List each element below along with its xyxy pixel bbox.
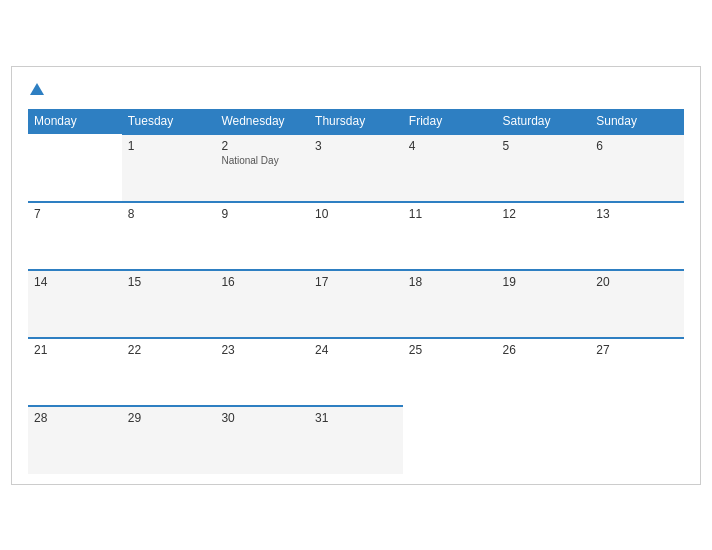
calendar-cell: 24 — [309, 338, 403, 406]
week-row-4: 21222324252627 — [28, 338, 684, 406]
calendar-header — [28, 83, 684, 95]
logo-triangle-icon — [30, 83, 44, 95]
weekday-header-row: MondayTuesdayWednesdayThursdayFridaySatu… — [28, 109, 684, 134]
calendar-cell: 22 — [122, 338, 216, 406]
calendar-grid: MondayTuesdayWednesdayThursdayFridaySatu… — [28, 109, 684, 474]
day-number: 14 — [34, 275, 116, 289]
calendar-cell: 16 — [215, 270, 309, 338]
calendar-cell: 26 — [497, 338, 591, 406]
calendar-cell: 18 — [403, 270, 497, 338]
day-number: 26 — [503, 343, 585, 357]
day-number: 15 — [128, 275, 210, 289]
calendar-cell: 29 — [122, 406, 216, 474]
calendar-cell: 6 — [590, 134, 684, 202]
day-number: 5 — [503, 139, 585, 153]
weekday-header-sunday: Sunday — [590, 109, 684, 134]
day-number: 25 — [409, 343, 491, 357]
calendar-cell: 19 — [497, 270, 591, 338]
calendar-cell: 1 — [122, 134, 216, 202]
calendar-cell: 13 — [590, 202, 684, 270]
calendar-cell: 17 — [309, 270, 403, 338]
day-number: 7 — [34, 207, 116, 221]
week-row-2: 78910111213 — [28, 202, 684, 270]
calendar-cell: 8 — [122, 202, 216, 270]
day-number: 18 — [409, 275, 491, 289]
day-number: 13 — [596, 207, 678, 221]
calendar-cell: 5 — [497, 134, 591, 202]
day-number: 21 — [34, 343, 116, 357]
day-number: 17 — [315, 275, 397, 289]
day-number: 31 — [315, 411, 397, 425]
day-number: 24 — [315, 343, 397, 357]
day-number: 3 — [315, 139, 397, 153]
day-number: 27 — [596, 343, 678, 357]
day-number: 29 — [128, 411, 210, 425]
day-number: 8 — [128, 207, 210, 221]
weekday-header-thursday: Thursday — [309, 109, 403, 134]
calendar-cell: 14 — [28, 270, 122, 338]
weekday-header-friday: Friday — [403, 109, 497, 134]
calendar-cell — [28, 134, 122, 202]
day-number: 23 — [221, 343, 303, 357]
calendar-cell: 7 — [28, 202, 122, 270]
day-number: 22 — [128, 343, 210, 357]
day-number: 6 — [596, 139, 678, 153]
calendar-cell: 11 — [403, 202, 497, 270]
day-number: 28 — [34, 411, 116, 425]
calendar-cell: 25 — [403, 338, 497, 406]
day-number: 16 — [221, 275, 303, 289]
day-number: 12 — [503, 207, 585, 221]
day-number: 10 — [315, 207, 397, 221]
calendar-cell: 10 — [309, 202, 403, 270]
calendar-cell: 30 — [215, 406, 309, 474]
calendar-cell: 23 — [215, 338, 309, 406]
day-number: 1 — [128, 139, 210, 153]
calendar-cell: 15 — [122, 270, 216, 338]
weekday-header-saturday: Saturday — [497, 109, 591, 134]
calendar-cell: 12 — [497, 202, 591, 270]
calendar-cell: 2National Day — [215, 134, 309, 202]
calendar-cell: 27 — [590, 338, 684, 406]
day-number: 4 — [409, 139, 491, 153]
calendar-cell: 4 — [403, 134, 497, 202]
day-number: 30 — [221, 411, 303, 425]
calendar-cell: 3 — [309, 134, 403, 202]
weekday-header-wednesday: Wednesday — [215, 109, 309, 134]
calendar-container: MondayTuesdayWednesdayThursdayFridaySatu… — [11, 66, 701, 485]
calendar-cell — [497, 406, 591, 474]
week-row-5: 28293031 — [28, 406, 684, 474]
calendar-cell: 9 — [215, 202, 309, 270]
holiday-label: National Day — [221, 155, 303, 166]
week-row-3: 14151617181920 — [28, 270, 684, 338]
weekday-header-tuesday: Tuesday — [122, 109, 216, 134]
calendar-cell: 21 — [28, 338, 122, 406]
day-number: 2 — [221, 139, 303, 153]
day-number: 19 — [503, 275, 585, 289]
calendar-cell — [590, 406, 684, 474]
weekday-header-monday: Monday — [28, 109, 122, 134]
day-number: 11 — [409, 207, 491, 221]
day-number: 20 — [596, 275, 678, 289]
calendar-cell: 28 — [28, 406, 122, 474]
day-number: 9 — [221, 207, 303, 221]
week-row-1: 12National Day3456 — [28, 134, 684, 202]
logo — [28, 83, 44, 95]
calendar-cell: 20 — [590, 270, 684, 338]
calendar-cell — [403, 406, 497, 474]
calendar-cell: 31 — [309, 406, 403, 474]
